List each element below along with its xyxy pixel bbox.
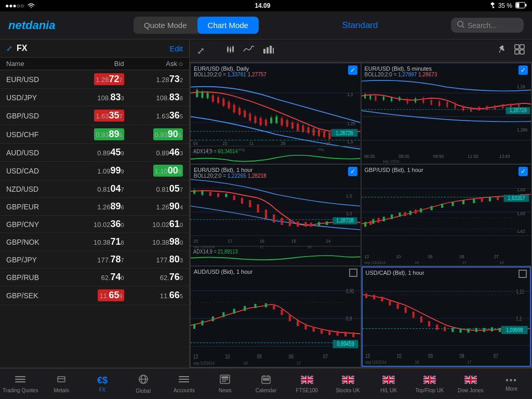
dow-jones-icon <box>464 375 477 387</box>
chart-checkbox-audusd-1h[interactable] <box>349 269 357 277</box>
nav-fx[interactable]: €$ FX <box>82 368 123 399</box>
quote-row[interactable]: GBP/JPY177.787177.803 <box>0 251 189 269</box>
nav-trading-quotes[interactable]: Trading Quotes <box>0 368 41 399</box>
svg-rect-232 <box>212 316 214 321</box>
quote-row[interactable]: USD/CAD1.099991.10005 <box>0 162 189 180</box>
nav-label-calendar: Calendar <box>256 388 277 393</box>
nav-news[interactable]: News <box>205 368 246 399</box>
svg-rect-22 <box>520 50 524 54</box>
svg-text:1,286: 1,286 <box>516 127 527 132</box>
svg-line-18 <box>499 51 500 52</box>
nav-stocks-uk[interactable]: Stocks UK <box>327 368 368 399</box>
more-icon: ••• <box>506 376 517 385</box>
nav-ftse100[interactable]: FTSE100 <box>286 368 327 399</box>
nav-metals[interactable]: Metals <box>41 368 82 399</box>
nav-global[interactable]: Global <box>123 368 164 399</box>
grid-layout-icon[interactable] <box>514 44 525 57</box>
chart-eurusd-daily[interactable]: EUR/USD (Bid), Daily BOLL20;2:0 = 1,3376… <box>191 63 361 164</box>
ask-price: 1.28732 <box>124 74 183 85</box>
svg-text:sep./2014: sep./2014 <box>382 159 398 164</box>
svg-rect-200 <box>488 197 490 202</box>
nav-label-dow-jones: Dow Jones <box>458 388 483 393</box>
quote-row[interactable]: NZD/USD0.810470.81057 <box>0 180 189 198</box>
quote-row[interactable]: AUD/USD0.894590.89463 <box>0 144 189 162</box>
bid-price: 0.81047 <box>65 183 124 194</box>
ftse100-icon <box>301 375 313 387</box>
svg-text:1,28728: 1,28728 <box>336 218 353 224</box>
nav-more[interactable]: ••• More <box>491 368 532 399</box>
bid-price: 10.38718 <box>65 236 124 247</box>
bid-badge: 11.659 <box>98 289 124 301</box>
pin-icon[interactable] <box>498 44 507 57</box>
nav-label-more: More <box>506 386 517 392</box>
chart-checkbox-usdcad-1h[interactable] <box>518 270 527 278</box>
svg-rect-190 <box>382 217 384 221</box>
right-panel: ⤢ <box>190 39 532 368</box>
global-icon <box>138 374 149 387</box>
pair-name: NZD/USD <box>6 185 65 193</box>
indicator-icon[interactable] <box>243 45 255 56</box>
quote-row[interactable]: USD/CHF0.938960.93905 <box>0 125 189 144</box>
pair-name: USD/JPY <box>6 94 65 102</box>
svg-rect-311 <box>179 381 189 382</box>
svg-rect-208 <box>497 196 499 201</box>
ask-price: 1.63365 <box>124 110 183 121</box>
nav-accounts[interactable]: Accounts <box>164 368 205 399</box>
quote-row[interactable]: GBP/NOK10.3871810.38980 <box>0 233 189 251</box>
chart-label-audusd-1h: AUD/USD (Bid), 1 hour <box>194 269 252 275</box>
svg-text:07: 07 <box>323 353 328 360</box>
nav-topflop-uk[interactable]: Top/Flop UK <box>409 368 450 399</box>
svg-text:1,09999: 1,09999 <box>506 327 523 333</box>
chart-checkbox-eurusd-1h[interactable] <box>348 167 357 176</box>
bid-badge: 0.93896 <box>94 128 124 140</box>
quote-row[interactable]: GBP/EUR1.268961.26904 <box>0 198 189 216</box>
chart-checkbox-gbpusd-1h[interactable] <box>518 167 528 176</box>
candle-chart-icon[interactable] <box>225 45 235 57</box>
nav-dow-jones[interactable]: Dow Jones <box>450 368 491 399</box>
quote-row[interactable]: USD/JPY108.833108.838 <box>0 89 189 107</box>
quote-row[interactable]: GBP/CNY10.0236010.02610 <box>0 216 189 233</box>
svg-text:16: 16 <box>326 141 330 147</box>
quote-row[interactable]: GBP/RUB62.74062.760 <box>0 269 189 286</box>
svg-rect-268 <box>381 297 383 301</box>
svg-rect-237 <box>265 303 267 307</box>
svg-rect-194 <box>420 208 422 212</box>
svg-text:sep.\15\2014: sep.\15\2014 <box>193 245 215 249</box>
ask-price: 0.93905 <box>124 128 183 140</box>
search-box[interactable]: Search... <box>451 18 524 33</box>
ask-price: 108.838 <box>124 92 183 103</box>
quote-row[interactable]: EUR/USD1.287271.28732 <box>0 70 189 89</box>
edit-button[interactable]: Edit <box>169 44 183 53</box>
nav-calendar[interactable]: Calendar <box>246 368 287 399</box>
chart-usdcad-1h[interactable]: USD/CAD (Bid), 1 hour <box>362 267 531 367</box>
quote-row[interactable]: GBP/SEK11.65911.665 <box>0 286 189 305</box>
chart-checkbox-eurusd-5min[interactable] <box>518 65 528 75</box>
svg-rect-349 <box>382 379 395 381</box>
metals-icon <box>57 375 66 387</box>
quote-list: EUR/USD1.287271.28732USD/JPY108.833108.8… <box>0 70 189 368</box>
svg-rect-245 <box>328 330 330 335</box>
chart-eurusd-1h[interactable]: EUR/USD (Bid), 1 hour BOLL20;2:0 = 1,222… <box>191 165 361 265</box>
accounts-icon <box>179 375 189 387</box>
chart-mode-button[interactable]: Chart Mode <box>197 17 259 34</box>
expand-icon[interactable]: ⤢ <box>197 45 205 57</box>
pair-name: GBP/JPY <box>6 256 65 264</box>
left-panel: ⤢ FX Edit Name Bid Ask ◇ EUR/USD1.287271… <box>0 39 190 368</box>
chart-checkbox-eurusd-daily[interactable] <box>348 65 357 75</box>
chart-audusd-1h[interactable]: AUD/USD (Bid), 1 hour <box>191 267 361 367</box>
svg-rect-126 <box>478 107 480 111</box>
nav-hl-uk[interactable]: H/L UK <box>368 368 409 399</box>
quote-mode-button[interactable]: Quote Mode <box>134 17 197 34</box>
chart-gbpusd-1h[interactable]: GBP/USD (Bid), 1 hour <box>362 165 531 265</box>
quote-row[interactable]: GBP/USD1.633571.63365 <box>0 107 189 125</box>
chart-eurusd-5min[interactable]: EUR/USD (Bid), 5 minutes BOLL20;2:0 = 1,… <box>362 63 531 164</box>
svg-rect-241 <box>297 321 299 326</box>
chart-label-usdcad-1h: USD/CAD (Bid), 1 hour <box>366 270 424 276</box>
svg-rect-236 <box>254 304 256 308</box>
stocks-uk-icon <box>342 375 354 387</box>
svg-text:13: 13 <box>365 353 370 358</box>
svg-rect-166 <box>289 220 291 227</box>
status-right: 35 % <box>490 2 527 10</box>
svg-rect-282 <box>490 327 493 331</box>
bar-chart-icon[interactable] <box>263 45 274 57</box>
